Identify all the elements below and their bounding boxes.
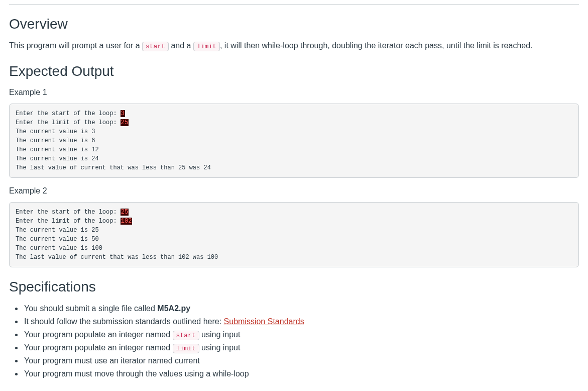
ex1-rest: The current value is 3 The current value… (16, 128, 211, 171)
overview-paragraph: This program will prompt a user for a st… (9, 40, 579, 52)
spec-2-text-before: It should follow the submission standard… (24, 317, 224, 326)
expected-output-heading: Expected Output (9, 63, 579, 80)
example-2-label: Example 2 (9, 185, 579, 197)
spec-item-3: Your program populate an integer named s… (23, 329, 579, 341)
ex1-line2-input: 25 (121, 119, 129, 126)
ex2-line2-input: 102 (121, 218, 133, 225)
overview-text-3: , it will then while-loop through, doubl… (220, 41, 533, 50)
spec-item-1: You should submit a single file called M… (23, 303, 579, 315)
top-divider (9, 4, 579, 5)
overview-text-2: and a (169, 41, 193, 50)
inline-code-start: start (142, 42, 169, 51)
spec-3-text-after: using input (199, 330, 241, 339)
spec-1-text-before: You should submit a single file called (24, 304, 157, 313)
ex1-line1-input: 3 (121, 110, 125, 117)
ex2-line2-text: Enter the limit of the loop: (16, 218, 121, 225)
ex2-line1-text: Enter the start of the loop: (16, 209, 121, 216)
spec-3-text-before: Your program populate an integer named (24, 330, 173, 339)
spec-item-6: Your program must move through the value… (23, 368, 579, 380)
submission-standards-link[interactable]: Submission Standards (224, 317, 304, 326)
ex1-line2-text: Enter the limit of the loop: (16, 119, 121, 126)
spec-item-2: It should follow the submission standard… (23, 316, 579, 328)
example-1-label: Example 1 (9, 86, 579, 99)
spec-item-4: Your program populate an integer named l… (23, 342, 579, 354)
spec-3-code: start (173, 331, 199, 340)
spec-item-5: Your program must use an iterator named … (23, 355, 579, 367)
overview-heading: Overview (9, 16, 579, 33)
specifications-heading: Specifications (9, 278, 579, 296)
spec-4-text-before: Your program populate an integer named (24, 343, 173, 352)
spec-4-code: limit (173, 344, 199, 353)
ex2-line1-input: 25 (121, 209, 129, 216)
specifications-list: You should submit a single file called M… (9, 303, 579, 380)
example-1-codeblock: Enter the start of the loop: 3 Enter the… (9, 104, 579, 178)
example-2-codeblock: Enter the start of the loop: 25 Enter th… (9, 202, 579, 267)
spec-4-text-after: using input (199, 343, 241, 352)
ex1-line1-text: Enter the start of the loop: (16, 110, 121, 117)
spec-1-filename: M5A2.py (157, 304, 190, 313)
overview-text-1: This program will prompt a user for a (9, 41, 142, 50)
inline-code-limit: limit (193, 42, 220, 51)
ex2-rest: The current value is 25 The current valu… (16, 227, 218, 261)
